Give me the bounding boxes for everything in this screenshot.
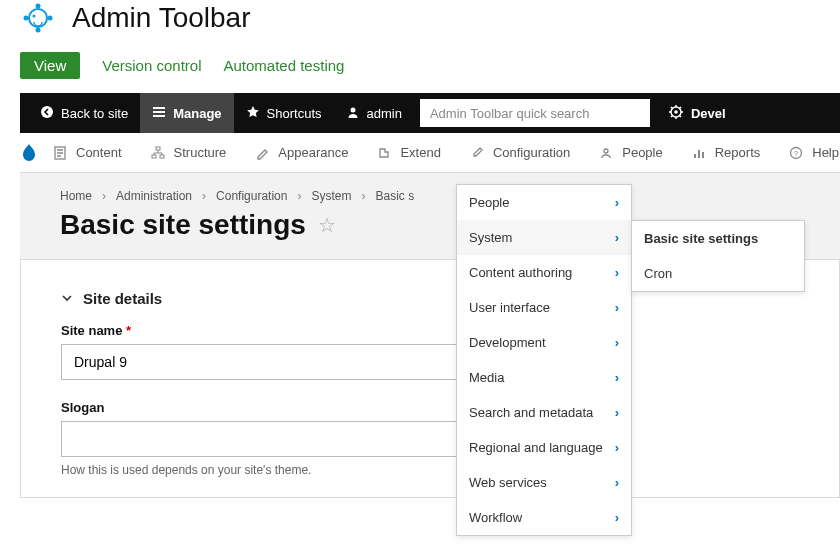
crumb-basic: Basic s: [375, 189, 414, 203]
devel-link[interactable]: Devel: [656, 93, 738, 133]
tab-version-control[interactable]: Version control: [102, 57, 201, 74]
required-mark: *: [126, 323, 131, 338]
system-item-basic-site-settings[interactable]: Basic site settings: [632, 221, 804, 256]
crumb-administration[interactable]: Administration: [116, 189, 192, 203]
nav-appearance-label: Appearance: [278, 145, 348, 160]
secondary-nav: Content Structure Appearance Extend Conf…: [20, 133, 840, 173]
crumb-home[interactable]: Home: [60, 189, 92, 203]
config-item-media[interactable]: Media›: [457, 360, 631, 395]
hamburger-icon: [152, 105, 166, 122]
crumb-system[interactable]: System: [311, 189, 351, 203]
config-item-web-services[interactable]: Web services›: [457, 465, 631, 500]
slogan-field[interactable]: [61, 421, 521, 457]
config-item-user-interface[interactable]: User interface›: [457, 290, 631, 325]
back-to-site-label: Back to site: [61, 106, 128, 121]
admin-toolbar-logo: [20, 0, 56, 36]
config-item-regional-language[interactable]: Regional and language›: [457, 430, 631, 465]
drupal-home-icon[interactable]: [20, 133, 38, 172]
nav-help[interactable]: ? Help: [774, 133, 840, 172]
tab-view[interactable]: View: [20, 52, 80, 79]
svg-point-0: [29, 9, 47, 27]
nav-content-label: Content: [76, 145, 122, 160]
admin-bar: Back to site Manage Shortcuts admin Admi…: [20, 93, 840, 133]
svg-point-6: [41, 106, 53, 118]
svg-point-9: [674, 110, 678, 114]
shortcuts-link[interactable]: Shortcuts: [234, 93, 334, 133]
reports-icon: [691, 145, 707, 161]
nav-structure[interactable]: Structure: [136, 133, 241, 172]
tab-automated-testing[interactable]: Automated testing: [223, 57, 344, 74]
crumb-configuration[interactable]: Configuration: [216, 189, 287, 203]
svg-point-5: [33, 15, 36, 18]
chevron-right-icon: ›: [615, 335, 619, 350]
chevron-right-icon: ›: [615, 300, 619, 315]
project-title: Admin Toolbar: [72, 2, 250, 34]
config-item-workflow[interactable]: Workflow›: [457, 500, 631, 535]
chevron-right-icon: ›: [615, 370, 619, 385]
config-item-people[interactable]: People›: [457, 185, 631, 220]
structure-icon: [150, 145, 166, 161]
page-title: Basic site settings: [60, 209, 306, 241]
nav-help-label: Help: [812, 145, 839, 160]
devel-label: Devel: [691, 106, 726, 121]
chevron-down-icon: [61, 290, 73, 307]
svg-point-1: [36, 4, 41, 9]
svg-point-3: [24, 16, 29, 21]
config-item-search-metadata[interactable]: Search and metadata›: [457, 395, 631, 430]
chevron-right-icon: ›: [615, 440, 619, 455]
back-to-site-link[interactable]: Back to site: [28, 93, 140, 133]
site-details-label: Site details: [83, 290, 162, 307]
config-item-system[interactable]: System›: [457, 220, 631, 255]
gear-icon: [668, 104, 684, 123]
chevron-right-icon: ›: [615, 265, 619, 280]
nav-extend[interactable]: Extend: [362, 133, 454, 172]
site-details-summary[interactable]: Site details: [61, 290, 839, 307]
favorite-star-icon[interactable]: ☆: [318, 213, 336, 237]
configuration-flyout: People› System› Content authoring› User …: [456, 184, 632, 536]
configuration-icon: [469, 145, 485, 161]
chevron-right-icon: ›: [202, 189, 206, 203]
content-icon: [52, 145, 68, 161]
svg-rect-13: [160, 155, 164, 158]
nav-configuration[interactable]: Configuration: [455, 133, 584, 172]
user-link[interactable]: admin: [334, 93, 414, 133]
nav-reports-label: Reports: [715, 145, 761, 160]
chevron-right-icon: ›: [615, 475, 619, 490]
nav-reports[interactable]: Reports: [677, 133, 775, 172]
svg-text:?: ?: [794, 149, 799, 158]
svg-point-14: [604, 149, 608, 153]
nav-appearance[interactable]: Appearance: [240, 133, 362, 172]
slogan-help-text: How this is used depends on your site's …: [61, 463, 839, 477]
appearance-icon: [254, 145, 270, 161]
svg-rect-12: [152, 155, 156, 158]
site-name-field[interactable]: [61, 344, 521, 380]
help-icon: ?: [788, 145, 804, 161]
chevron-right-icon: ›: [297, 189, 301, 203]
manage-link[interactable]: Manage: [140, 93, 233, 133]
site-name-label: Site name *: [61, 323, 839, 338]
config-item-development[interactable]: Development›: [457, 325, 631, 360]
manage-label: Manage: [173, 106, 221, 121]
nav-configuration-label: Configuration: [493, 145, 570, 160]
admin-search-placeholder: Admin Toolbar quick search: [430, 106, 589, 121]
chevron-right-icon: ›: [615, 230, 619, 245]
chevron-right-icon: ›: [615, 405, 619, 420]
nav-people[interactable]: People: [584, 133, 676, 172]
back-icon: [40, 105, 54, 122]
svg-point-2: [48, 16, 53, 21]
extend-icon: [376, 145, 392, 161]
system-item-cron[interactable]: Cron: [632, 256, 804, 291]
star-icon: [246, 105, 260, 122]
chevron-right-icon: ›: [615, 195, 619, 210]
chevron-right-icon: ›: [615, 510, 619, 525]
nav-structure-label: Structure: [174, 145, 227, 160]
nav-extend-label: Extend: [400, 145, 440, 160]
admin-toolbar-search[interactable]: Admin Toolbar quick search: [420, 99, 650, 127]
svg-point-4: [36, 28, 41, 33]
person-icon: [346, 105, 360, 122]
svg-point-7: [350, 107, 355, 112]
config-item-content-authoring[interactable]: Content authoring›: [457, 255, 631, 290]
chevron-right-icon: ›: [102, 189, 106, 203]
people-icon: [598, 145, 614, 161]
nav-content[interactable]: Content: [38, 133, 136, 172]
